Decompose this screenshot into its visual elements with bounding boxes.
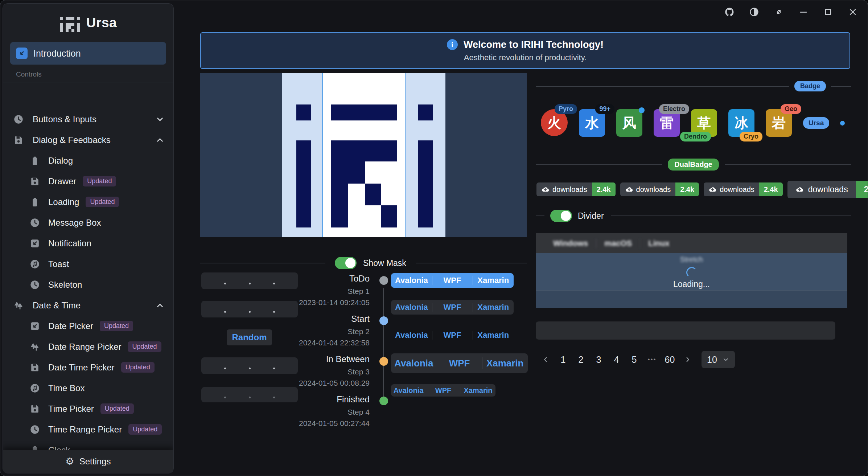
pagination-page-1[interactable]: 1 xyxy=(554,351,572,368)
button-avalonia[interactable]: Avalonia xyxy=(391,273,432,288)
button-avalonia[interactable]: Avalonia xyxy=(391,300,432,315)
floppy-icon xyxy=(12,134,25,146)
sidebar-group-date-time[interactable]: Date & Time xyxy=(3,295,173,316)
divider-toggle[interactable] xyxy=(550,210,572,222)
sidebar-item-introduction[interactable]: Introduction xyxy=(10,42,166,65)
pagination-ellipsis[interactable]: ••• xyxy=(643,351,661,368)
button-wpf[interactable]: WPF xyxy=(437,353,482,373)
downloads-badge-label: downloads xyxy=(787,181,856,198)
gear-icon: ⚙ xyxy=(66,457,74,467)
button-wpf[interactable]: WPF xyxy=(432,273,473,288)
element-badge-2: 水99+ xyxy=(579,109,605,137)
sidebar-item-time-picker[interactable]: Time PickerUpdated xyxy=(3,398,173,419)
button-group-1: AvaloniaWPFXamarin xyxy=(391,273,514,288)
badge-pill-dendro: Dendro xyxy=(680,132,711,141)
show-mask-label: Show Mask xyxy=(363,258,406,268)
sidebar-item-notification[interactable]: Notification xyxy=(3,233,173,254)
divider-line xyxy=(611,216,851,216)
theme-toggle-button[interactable] xyxy=(746,5,762,19)
element-badge-1: 火Pyro xyxy=(541,109,568,136)
pagination-page-4[interactable]: 4 xyxy=(608,351,625,368)
downloads-badge-3: downloads2.4k xyxy=(704,182,783,196)
button-xamarin[interactable]: Xamarin xyxy=(473,300,514,315)
text-input[interactable] xyxy=(536,321,835,340)
timeline-step: FinishedStep 42024-01-05 00:27:44 xyxy=(233,394,370,428)
close-button[interactable] xyxy=(845,5,860,19)
downloads-badges: downloads2.4kdownloads2.4kdownloads2.4kd… xyxy=(536,181,868,198)
downloads-badge-label: downloads xyxy=(536,182,592,196)
button-avalonia[interactable]: Avalonia xyxy=(391,353,437,373)
tab-linux[interactable]: Linux xyxy=(640,239,678,248)
sidebar-item-date-picker[interactable]: Date PickerUpdated xyxy=(3,316,173,336)
pagination-page-3[interactable]: 3 xyxy=(590,351,608,368)
sidebar-item-message-box[interactable]: Message Box xyxy=(3,212,173,233)
badge-dot xyxy=(639,107,645,113)
banner-subtitle: Aesthetic revolution of productivity. xyxy=(464,53,587,62)
pagination-next-button[interactable] xyxy=(679,351,696,368)
updated-badge: Updated xyxy=(83,176,116,186)
expand-icon xyxy=(774,7,784,17)
pagination-page-60[interactable]: 60 xyxy=(661,351,679,368)
show-mask-row: Show Mask xyxy=(200,257,527,269)
button-xamarin[interactable]: Xamarin xyxy=(473,273,514,288)
sidebar-item-label: Date Range Picker xyxy=(48,342,121,352)
button-wpf[interactable]: WPF xyxy=(426,384,461,397)
minimize-button[interactable] xyxy=(796,5,811,19)
sidebar-item-time-box[interactable]: Time Box xyxy=(3,378,173,398)
downloads-badge-1: downloads2.4k xyxy=(536,182,616,196)
timeline-line xyxy=(383,288,384,398)
divider-line xyxy=(416,263,527,263)
maximize-button[interactable] xyxy=(820,5,836,19)
cloud-download-icon xyxy=(708,185,717,194)
downloads-badge-value: 2.4k xyxy=(856,181,868,198)
updated-badge: Updated xyxy=(100,321,133,331)
settings-button[interactable]: ⚙ Settings xyxy=(3,450,173,473)
sidebar-item-date-range-picker[interactable]: Date Range PickerUpdated xyxy=(3,336,173,357)
sidebar-group-dialog-feedbacks[interactable]: Dialog & Feedbacks xyxy=(3,130,173,150)
sidebar-item-dialog[interactable]: Dialog xyxy=(3,150,173,171)
timeline-step-label: Step 4 xyxy=(233,408,370,416)
element-char: 草 xyxy=(697,114,711,132)
tab-windows[interactable]: Windows xyxy=(545,239,596,248)
timeline-dot xyxy=(379,397,388,405)
sidebar-item-toast[interactable]: Toast xyxy=(3,254,173,274)
button-wpf[interactable]: WPF xyxy=(432,328,473,342)
divider-demo-row: Divider xyxy=(536,210,851,222)
button-avalonia[interactable]: Avalonia xyxy=(391,328,432,342)
sidebar-item-time-range-picker[interactable]: Time Range PickerUpdated xyxy=(3,419,173,440)
button-xamarin[interactable]: Xamarin xyxy=(461,384,495,397)
button-xamarin[interactable]: Xamarin xyxy=(482,353,528,373)
expand-button[interactable] xyxy=(771,5,786,19)
timeline-dot xyxy=(379,276,388,285)
downloads-badge-value: 2.4k xyxy=(759,182,783,196)
pagination-page-5[interactable]: 5 xyxy=(625,351,643,368)
button-group-2: AvaloniaWPFXamarin xyxy=(391,300,514,315)
sidebar-item-drawer[interactable]: DrawerUpdated xyxy=(3,171,173,192)
page-size-value: 10 xyxy=(707,354,717,365)
timeline-step-title: ToDo xyxy=(233,274,370,284)
github-button[interactable] xyxy=(722,5,737,19)
element-char: 水 xyxy=(585,114,599,132)
pagination-page-2[interactable]: 2 xyxy=(572,351,590,368)
pagination-prev-button[interactable] xyxy=(536,351,554,368)
downloads-text: downloads xyxy=(808,185,848,194)
cloud-download-icon xyxy=(541,185,550,194)
sidebar-item-loading[interactable]: LoadingUpdated xyxy=(3,192,173,212)
sidebar-group-buttons-inputs[interactable]: Buttons & Inputs xyxy=(3,109,173,130)
button-xamarin[interactable]: Xamarin xyxy=(473,328,514,342)
dualbadge-section-pill: DualBadge xyxy=(668,159,719,171)
sidebar-item-date-time-picker[interactable]: Date Time PickerUpdated xyxy=(3,357,173,378)
sidebar-item-label: Drawer xyxy=(48,176,76,186)
button-avalonia[interactable]: Avalonia xyxy=(391,384,426,397)
clock-icon xyxy=(12,113,25,126)
button-wpf[interactable]: WPF xyxy=(432,300,473,315)
sidebar-section-label: Controls xyxy=(16,70,166,78)
clock-icon xyxy=(29,424,40,435)
page-size-select[interactable]: 10 xyxy=(702,351,735,368)
show-mask-toggle[interactable] xyxy=(335,257,357,269)
element-char: 冰 xyxy=(735,114,748,132)
floppy-icon xyxy=(29,176,40,187)
sidebar-item-skeleton[interactable]: Skeleton xyxy=(3,274,173,295)
updated-badge: Updated xyxy=(86,197,119,207)
tab-macos[interactable]: macOS xyxy=(596,239,640,248)
